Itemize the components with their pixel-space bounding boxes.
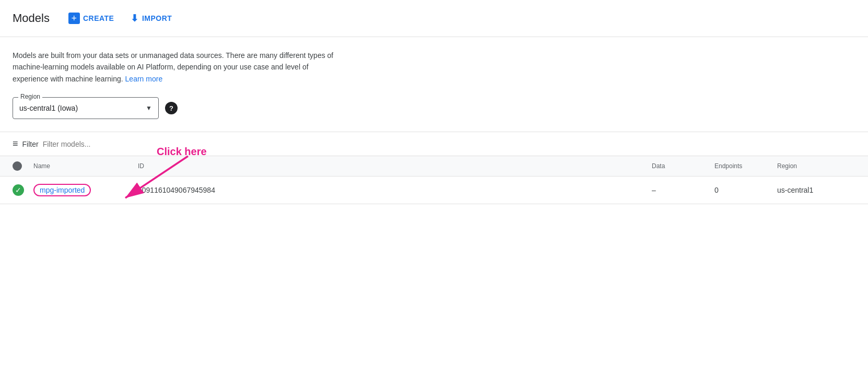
select-all-icon [13, 161, 22, 171]
model-endpoints: 0 [714, 186, 777, 194]
header-id: ID [138, 161, 652, 171]
model-id: 5091161049067945984 [138, 186, 652, 194]
header-checkbox[interactable] [13, 161, 33, 171]
main-content: Models are built from your data sets or … [0, 37, 868, 119]
filter-icon: ≡ [13, 138, 18, 149]
description-text: Models are built from your data sets or … [13, 50, 336, 85]
region-section: Region us-central1 (Iowa) us-east1 europ… [13, 97, 855, 119]
help-icon[interactable]: ? [165, 102, 178, 114]
success-icon: ✓ [13, 184, 24, 196]
import-icon: ⬇ [131, 13, 139, 24]
page-header: Models + CREATE ⬇ IMPORT [0, 0, 868, 37]
learn-more-link[interactable]: Learn more [125, 75, 163, 83]
model-region: us-central1 [777, 186, 855, 194]
region-select[interactable]: us-central1 (Iowa) us-east1 europe-west1… [13, 98, 158, 119]
import-button[interactable]: ⬇ IMPORT [124, 8, 178, 28]
region-select-wrapper: Region us-central1 (Iowa) us-east1 europ… [13, 97, 178, 119]
annotation-arrow [94, 151, 198, 203]
header-endpoints: Endpoints [714, 161, 777, 171]
model-data: – [652, 186, 714, 194]
page-title: Models [13, 11, 50, 25]
region-select-container: Region us-central1 (Iowa) us-east1 europ… [13, 97, 159, 119]
header-actions: + CREATE ⬇ IMPORT [62, 8, 178, 28]
table-container: Click here Name ID Data Endpoints Region… [0, 156, 868, 204]
create-icon: + [68, 13, 80, 24]
filter-label: Filter [22, 140, 39, 148]
create-button[interactable]: + CREATE [62, 8, 121, 28]
header-region: Region [777, 161, 855, 171]
header-data: Data [652, 161, 714, 171]
region-label: Region [18, 93, 42, 100]
row-status: ✓ [13, 184, 33, 196]
